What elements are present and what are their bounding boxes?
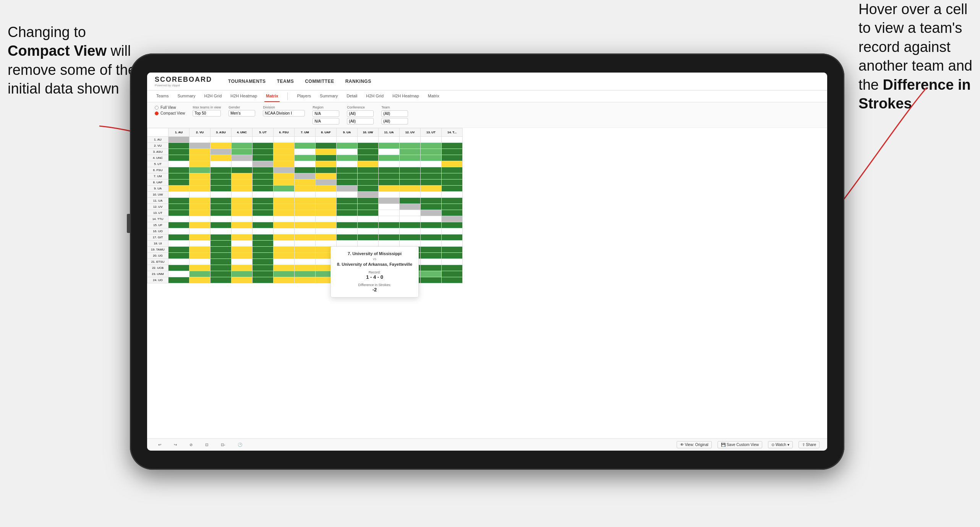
- matrix-cell[interactable]: [168, 222, 190, 228]
- matrix-cell[interactable]: [253, 167, 274, 173]
- sub-nav-summary-2[interactable]: Summary: [318, 91, 339, 102]
- matrix-cell[interactable]: [211, 143, 232, 149]
- matrix-cell[interactable]: [295, 137, 316, 143]
- matrix-cell[interactable]: [316, 173, 337, 179]
- matrix-cell[interactable]: [190, 198, 211, 204]
- matrix-cell[interactable]: [274, 149, 295, 155]
- matrix-cell[interactable]: [232, 216, 253, 222]
- sub-nav-players[interactable]: Players: [295, 91, 313, 102]
- matrix-cell[interactable]: [232, 179, 253, 186]
- matrix-cell[interactable]: [421, 167, 442, 173]
- matrix-cell[interactable]: [421, 228, 442, 234]
- watch-button[interactable]: ⊙ Watch ▾: [768, 441, 793, 448]
- matrix-cell[interactable]: [295, 265, 316, 271]
- matrix-cell[interactable]: [337, 155, 358, 161]
- matrix-cell[interactable]: [190, 192, 211, 198]
- matrix-cell[interactable]: [421, 241, 442, 247]
- matrix-cell[interactable]: [379, 161, 400, 167]
- matrix-cell[interactable]: [190, 186, 211, 192]
- matrix-cell[interactable]: [168, 241, 190, 247]
- matrix-cell[interactable]: [358, 241, 379, 247]
- matrix-cell[interactable]: [253, 198, 274, 204]
- matrix-cell[interactable]: [358, 137, 379, 143]
- matrix-cell[interactable]: [337, 161, 358, 167]
- matrix-cell[interactable]: [190, 204, 211, 210]
- matrix-cell[interactable]: [379, 192, 400, 198]
- matrix-cell[interactable]: [421, 198, 442, 204]
- matrix-cell[interactable]: [168, 198, 190, 204]
- matrix-cell[interactable]: [379, 137, 400, 143]
- matrix-cell[interactable]: [168, 149, 190, 155]
- matrix-cell[interactable]: [379, 179, 400, 186]
- matrix-cell[interactable]: [379, 143, 400, 149]
- matrix-cell[interactable]: [358, 222, 379, 228]
- matrix-cell[interactable]: [232, 210, 253, 216]
- matrix-cell[interactable]: [168, 143, 190, 149]
- matrix-cell[interactable]: [168, 155, 190, 161]
- matrix-cell[interactable]: [190, 222, 211, 228]
- sub-nav-h2h-heatmap-2[interactable]: H2H Heatmap: [391, 91, 421, 102]
- matrix-cell[interactable]: [211, 247, 232, 253]
- matrix-cell[interactable]: [211, 167, 232, 173]
- matrix-cell[interactable]: [358, 198, 379, 204]
- matrix-cell[interactable]: [442, 259, 463, 265]
- matrix-cell[interactable]: [295, 204, 316, 210]
- matrix-cell[interactable]: [421, 222, 442, 228]
- matrix-cell[interactable]: [253, 253, 274, 259]
- matrix-cell[interactable]: [421, 186, 442, 192]
- matrix-cell[interactable]: [442, 253, 463, 259]
- radio-compact-view[interactable]: [155, 112, 159, 115]
- matrix-cell[interactable]: [379, 167, 400, 173]
- sub-nav-h2h-grid-2[interactable]: H2H Grid: [364, 91, 385, 102]
- matrix-cell[interactable]: [358, 143, 379, 149]
- matrix-cell[interactable]: [337, 216, 358, 222]
- matrix-cell[interactable]: [379, 222, 400, 228]
- matrix-cell[interactable]: [232, 143, 253, 149]
- matrix-cell[interactable]: [274, 173, 295, 179]
- matrix-cell[interactable]: [316, 234, 337, 241]
- matrix-cell[interactable]: [274, 204, 295, 210]
- matrix-cell[interactable]: [337, 137, 358, 143]
- matrix-cell[interactable]: [211, 161, 232, 167]
- matrix-cell[interactable]: [295, 149, 316, 155]
- matrix-cell[interactable]: [295, 167, 316, 173]
- matrix-cell[interactable]: [274, 137, 295, 143]
- matrix-cell[interactable]: [211, 234, 232, 241]
- matrix-cell[interactable]: [274, 192, 295, 198]
- filter-region-select-2[interactable]: N/A: [313, 118, 339, 124]
- matrix-cell[interactable]: [253, 234, 274, 241]
- matrix-cell[interactable]: [168, 186, 190, 192]
- matrix-cell[interactable]: [232, 241, 253, 247]
- matrix-cell[interactable]: [442, 192, 463, 198]
- matrix-cell[interactable]: [379, 186, 400, 192]
- matrix-cell[interactable]: [442, 277, 463, 283]
- matrix-cell[interactable]: [421, 161, 442, 167]
- matrix-cell[interactable]: [232, 259, 253, 265]
- matrix-cell[interactable]: [400, 228, 421, 234]
- matrix-cell[interactable]: [211, 216, 232, 222]
- matrix-cell[interactable]: [442, 271, 463, 277]
- matrix-cell[interactable]: [232, 222, 253, 228]
- matrix-cell[interactable]: [211, 253, 232, 259]
- matrix-cell[interactable]: [316, 143, 337, 149]
- matrix-cell[interactable]: [337, 173, 358, 179]
- matrix-cell[interactable]: [211, 241, 232, 247]
- filter-conference-select-2[interactable]: (All): [347, 118, 374, 124]
- matrix-cell[interactable]: [253, 241, 274, 247]
- matrix-cell[interactable]: [421, 259, 442, 265]
- undo-button[interactable]: ↩: [155, 441, 165, 448]
- matrix-cell[interactable]: [295, 173, 316, 179]
- matrix-cell[interactable]: [253, 271, 274, 277]
- matrix-cell[interactable]: [253, 204, 274, 210]
- matrix-cell[interactable]: [295, 143, 316, 149]
- matrix-cell[interactable]: [337, 241, 358, 247]
- matrix-cell[interactable]: [190, 259, 211, 265]
- matrix-cell[interactable]: [400, 204, 421, 210]
- matrix-cell[interactable]: [400, 234, 421, 241]
- matrix-cell[interactable]: [168, 161, 190, 167]
- matrix-cell[interactable]: [316, 204, 337, 210]
- matrix-cell[interactable]: [400, 167, 421, 173]
- matrix-cell[interactable]: [358, 155, 379, 161]
- matrix-cell[interactable]: [400, 216, 421, 222]
- matrix-cell[interactable]: [316, 210, 337, 216]
